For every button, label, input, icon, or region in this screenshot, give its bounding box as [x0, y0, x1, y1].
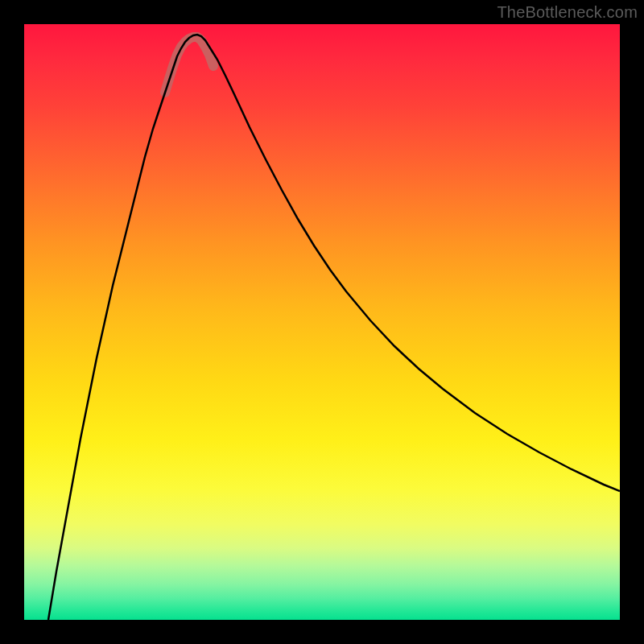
curve-layer: [24, 24, 620, 620]
watermark-text: TheBottleneck.com: [497, 3, 638, 22]
bottleneck-curve: [48, 35, 620, 620]
chart-frame: TheBottleneck.com: [0, 0, 644, 644]
plot-area: [24, 24, 620, 620]
optimal-zone-marker: [165, 37, 213, 93]
